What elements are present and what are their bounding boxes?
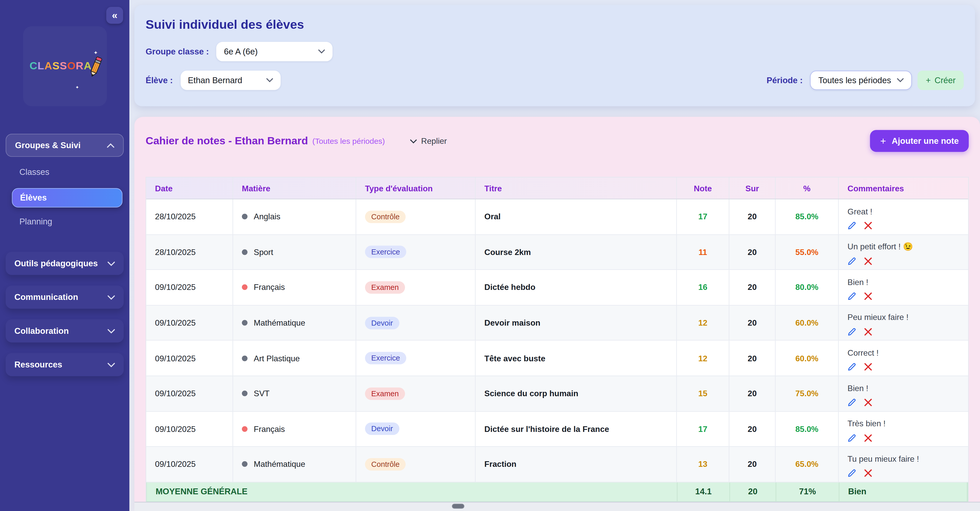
group-class-label: Groupe classe : xyxy=(146,47,209,56)
page-title: Suivi individuel des élèves xyxy=(146,18,964,32)
grade-subject: Sport xyxy=(254,247,273,257)
plus-icon: + xyxy=(880,135,886,146)
grade-note: 12 xyxy=(698,318,707,328)
edit-note-button[interactable] xyxy=(848,292,856,301)
evaluation-type-badge: Examen xyxy=(365,281,405,294)
add-note-button[interactable]: + Ajouter une note xyxy=(870,130,969,152)
grade-out-of: 20 xyxy=(748,212,757,221)
sidebar-section-outils-p-dagogiques[interactable]: Outils pédagogiques xyxy=(6,252,124,275)
grade-date: 28/10/2025 xyxy=(155,247,196,257)
sidebar-collapse-button[interactable]: « xyxy=(106,7,123,24)
chevron-down-icon xyxy=(266,78,273,83)
grade-note: 11 xyxy=(698,247,707,257)
grade-subject: Mathématique xyxy=(254,460,305,469)
grade-percent: 85.0% xyxy=(795,212,818,221)
row-actions xyxy=(848,398,872,407)
delete-note-button[interactable] xyxy=(864,328,872,335)
gradebook-subtitle: (Toutes les périodes) xyxy=(312,137,385,145)
app-window: « CLASSORA ✦ ✦ G xyxy=(0,0,980,511)
logo-wordmark: CLASSORA xyxy=(30,60,92,73)
edit-note-button[interactable] xyxy=(848,256,856,265)
grade-subject: Mathématique xyxy=(254,318,305,328)
row-actions xyxy=(848,469,872,478)
average-label: MOYENNE GÉNÉRALE xyxy=(147,482,678,501)
grade-row: 09/10/2025Art PlastiqueExerciceTête avec… xyxy=(146,341,968,376)
scrollbar-thumb[interactable] xyxy=(452,504,465,509)
grade-out-of: 20 xyxy=(748,283,757,292)
grade-comment: Great ! xyxy=(848,207,872,216)
logo-letter: L xyxy=(38,60,45,72)
grade-out-of: 20 xyxy=(748,424,757,434)
sidebar-section-groupes-suivi[interactable]: Groupes & Suivi xyxy=(6,134,124,157)
period-select[interactable]: Toutes les périodes xyxy=(810,71,912,90)
sidebar-item-classes[interactable]: Classes xyxy=(6,166,124,179)
sidebar-section-communication[interactable]: Communication xyxy=(6,285,124,309)
sidebar-section-label: Groupes & Suivi xyxy=(15,141,81,150)
sidebar-item-label: Classes xyxy=(19,167,49,177)
grade-row: 28/10/2025AnglaisContrôleOral172085.0%Gr… xyxy=(146,199,968,235)
edit-note-button[interactable] xyxy=(848,363,856,371)
sparkle-icon: ✦ xyxy=(94,50,98,56)
create-period-button[interactable]: + Créer xyxy=(918,71,964,90)
sidebar-section-ressources[interactable]: Ressources xyxy=(6,353,124,376)
grade-row: 09/10/2025FrançaisDevoirDictée sur l'his… xyxy=(146,412,968,447)
collapse-section-toggle[interactable]: Replier xyxy=(410,136,447,146)
grade-out-of: 20 xyxy=(748,353,757,363)
grade-row: 09/10/2025FrançaisExamenDictée hebdo1620… xyxy=(146,270,968,306)
logo-letter: S xyxy=(60,60,67,72)
average-percent: 71% xyxy=(776,482,840,501)
sidebar-nav: Groupes & SuiviClassesÉlèvesPlanningOuti… xyxy=(0,134,129,376)
grade-percent: 55.0% xyxy=(795,247,818,257)
grade-comment: Peu mieux faire ! xyxy=(848,313,908,322)
grade-note: 17 xyxy=(698,212,707,221)
evaluation-type-badge: Contrôle xyxy=(365,458,406,471)
evaluation-type-badge: Examen xyxy=(365,387,405,400)
sidebar-item-élèves[interactable]: Élèves xyxy=(12,188,123,207)
student-select[interactable]: Ethan Bernard xyxy=(180,71,280,90)
edit-note-button[interactable] xyxy=(848,398,856,407)
grade-percent: 75.0% xyxy=(795,389,818,398)
edit-note-button[interactable] xyxy=(848,469,856,478)
subject-dot-icon xyxy=(242,285,248,290)
delete-note-button[interactable] xyxy=(864,293,872,300)
gradebook-section: Cahier de notes - Ethan Bernard (Toutes … xyxy=(134,117,980,511)
grade-percent: 60.0% xyxy=(795,353,818,363)
edit-note-button[interactable] xyxy=(848,433,856,442)
subject-dot-icon xyxy=(242,426,248,431)
grade-title: Fraction xyxy=(484,460,517,469)
edit-note-button[interactable] xyxy=(848,221,856,230)
delete-note-button[interactable] xyxy=(864,398,872,406)
column-header: Matière xyxy=(233,177,356,199)
delete-note-button[interactable] xyxy=(864,257,872,265)
delete-note-button[interactable] xyxy=(864,434,872,441)
grade-percent: 80.0% xyxy=(795,283,818,292)
chevron-down-icon xyxy=(108,362,115,367)
student-value: Ethan Bernard xyxy=(188,75,242,85)
sidebar-section-label: Ressources xyxy=(14,360,62,369)
sidebar-item-planning[interactable]: Planning xyxy=(6,215,124,228)
group-class-select[interactable]: 6e A (6e) xyxy=(216,42,333,61)
subject-dot-icon xyxy=(242,249,248,255)
grade-percent: 85.0% xyxy=(795,424,818,434)
sidebar-section-collaboration[interactable]: Collaboration xyxy=(6,320,124,342)
logo-letter: O xyxy=(67,60,75,72)
grade-percent: 60.0% xyxy=(795,318,818,328)
sidebar-section-label: Outils pédagogiques xyxy=(14,259,98,268)
grade-out-of: 20 xyxy=(748,460,757,469)
grade-date: 28/10/2025 xyxy=(155,212,196,221)
horizontal-scrollbar[interactable] xyxy=(134,502,980,511)
delete-note-button[interactable] xyxy=(864,470,872,477)
delete-note-button[interactable] xyxy=(864,363,872,371)
grade-comment: Bien ! xyxy=(848,278,868,287)
row-actions xyxy=(848,292,872,301)
grade-comment: Correct ! xyxy=(848,349,878,358)
edit-note-button[interactable] xyxy=(848,327,856,336)
grade-title: Course 2km xyxy=(484,247,531,257)
column-header: Commentaires xyxy=(839,177,967,199)
evaluation-type-badge: Contrôle xyxy=(365,210,406,223)
delete-note-button[interactable] xyxy=(864,222,872,229)
column-header: % xyxy=(776,177,839,199)
period-label: Période : xyxy=(767,75,803,85)
grade-comment: Très bien ! xyxy=(848,419,886,428)
evaluation-type-badge: Exercice xyxy=(365,246,406,258)
